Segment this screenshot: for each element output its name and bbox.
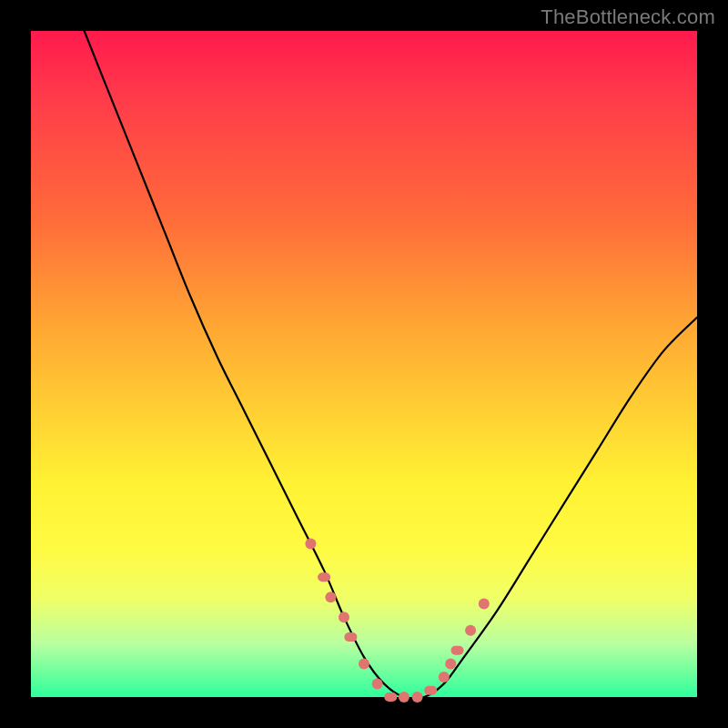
highlighted-point (372, 678, 383, 689)
highlighted-point (305, 539, 316, 550)
highlighted-point (412, 692, 423, 703)
highlighted-points-group (305, 539, 489, 703)
highlighted-point (318, 572, 330, 581)
highlighted-point (384, 693, 397, 702)
highlighted-point (439, 672, 450, 682)
highlighted-point (445, 658, 456, 669)
highlighted-point (479, 599, 490, 610)
highlighted-point (465, 625, 476, 636)
highlighted-point (359, 658, 369, 669)
highlighted-point (451, 646, 464, 655)
highlighted-point (339, 612, 349, 622)
bottleneck-curve-path (85, 31, 697, 699)
watermark-text: TheBottleneck.com (541, 5, 715, 29)
highlighted-point (325, 592, 336, 602)
highlighted-point (424, 686, 437, 695)
curve-svg (31, 31, 697, 697)
highlighted-point (344, 632, 357, 642)
plot-area (31, 31, 697, 697)
highlighted-point (399, 692, 410, 703)
chart-frame: TheBottleneck.com (0, 0, 728, 728)
